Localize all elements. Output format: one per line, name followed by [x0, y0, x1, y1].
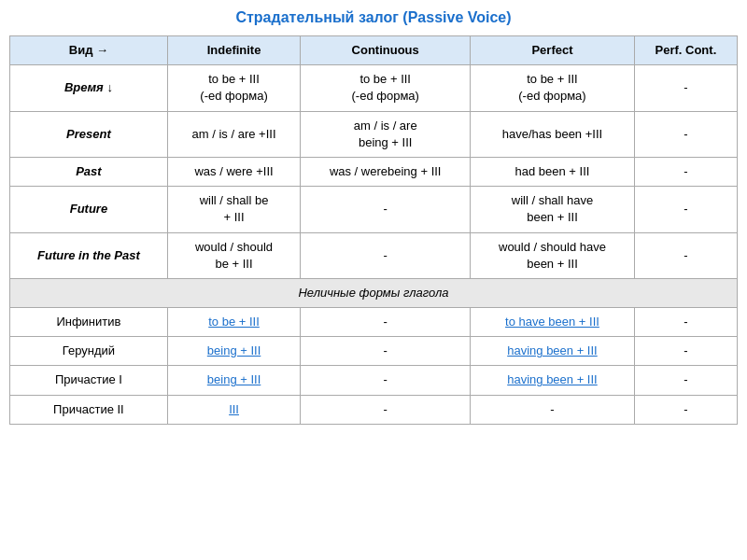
cell-part2-perfcont: -: [634, 395, 737, 424]
cell-ger-cont: -: [301, 337, 471, 366]
row-label-present: Present: [10, 111, 168, 157]
page-title: Страдательный залог (Passive Voice): [235, 9, 511, 26]
link-part1-perf: having been + III: [507, 372, 598, 386]
col-indefinite: Indefinite: [167, 36, 300, 65]
cell-part2-cont: -: [301, 395, 471, 424]
col-continuous: Continuous: [301, 36, 471, 65]
col-perfect: Perfect: [471, 36, 635, 65]
cell-vremya-perfcont: -: [634, 65, 737, 111]
nonfinite-section-header: Неличные формы глагола: [10, 278, 738, 307]
col-perf-cont: Perf. Cont.: [634, 36, 737, 65]
link-ger-perf: having been + III: [507, 343, 598, 357]
cell-inf-indef: to be + III: [167, 308, 300, 337]
cell-past-cont: was / werebeing + III: [301, 157, 471, 186]
table-row-vremya: Время ↓ to be + III (-ed форма) to be + …: [10, 65, 738, 111]
cell-futurepast-perf: would / should have been + III: [471, 232, 635, 278]
row-label-gerund: Герундий: [10, 337, 168, 366]
col-vid: Вид →: [10, 36, 168, 65]
cell-present-perfcont: -: [634, 111, 737, 157]
cell-vremya-indef: to be + III (-ed форма): [167, 65, 300, 111]
cell-past-perf: had been + III: [471, 157, 635, 186]
table-row-future: Future will / shall be + III - will / sh…: [10, 187, 738, 232]
cell-vremya-cont: to be + III (-ed форма): [301, 65, 471, 111]
cell-part1-cont: -: [301, 366, 471, 395]
cell-futurepast-indef: would / should be + III: [167, 232, 300, 278]
cell-part1-indef: being + III: [167, 366, 300, 395]
row-label-participle2: Причастие II: [10, 395, 168, 424]
table-row-participle2: Причастие II III - - -: [10, 395, 738, 424]
row-label-participle1: Причастие I: [10, 366, 168, 395]
cell-future-perf: will / shall have been + III: [471, 187, 635, 232]
link-ger-indef: being + III: [207, 343, 261, 357]
column-header-row: Вид → Indefinite Continuous Perfect Perf…: [10, 36, 738, 65]
row-label-past: Past: [10, 157, 168, 186]
cell-future-cont: -: [301, 187, 471, 232]
cell-past-perfcont: -: [634, 157, 737, 186]
link-part1-indef: being + III: [207, 372, 261, 386]
cell-part1-perfcont: -: [634, 366, 737, 395]
cell-vremya-perf: to be + III (-ed форма): [471, 65, 635, 111]
cell-part2-indef: III: [167, 395, 300, 424]
cell-future-perfcont: -: [634, 187, 737, 232]
cell-part2-perf: -: [471, 395, 635, 424]
table-row-future-past: Future in the Past would / should be + I…: [10, 232, 738, 278]
link-inf-perf: to have been + III: [505, 315, 599, 329]
cell-part1-perf: having been + III: [471, 366, 635, 395]
table-row-infinitive: Инфинитив to be + III - to have been + I…: [10, 308, 738, 337]
cell-futurepast-cont: -: [301, 232, 471, 278]
cell-futurepast-perfcont: -: [634, 232, 737, 278]
table-row-gerund: Герундий being + III - having been + III…: [10, 337, 738, 366]
row-label-future: Future: [10, 187, 168, 232]
cell-ger-perfcont: -: [634, 337, 737, 366]
table-row-past: Past was / were +III was / werebeing + I…: [10, 157, 738, 186]
cell-present-perf: have/has been +III: [471, 111, 635, 157]
row-label-vremya: Время ↓: [10, 65, 168, 111]
cell-inf-perfcont: -: [634, 308, 737, 337]
link-part2-indef: III: [229, 402, 239, 416]
cell-inf-perf: to have been + III: [471, 308, 635, 337]
passive-voice-table: Вид → Indefinite Continuous Perfect Perf…: [9, 35, 738, 425]
nonfinite-title: Неличные формы глагола: [10, 278, 738, 307]
cell-inf-cont: -: [301, 308, 471, 337]
cell-present-indef: am / is / are +III: [167, 111, 300, 157]
table-row-participle1: Причастие I being + III - having been + …: [10, 366, 738, 395]
cell-ger-indef: being + III: [167, 337, 300, 366]
cell-future-indef: will / shall be + III: [167, 187, 300, 232]
cell-present-cont: am / is / are being + III: [301, 111, 471, 157]
row-label-future-past: Future in the Past: [10, 232, 168, 278]
table-row-present: Present am / is / are +III am / is / are…: [10, 111, 738, 157]
row-label-infinitive: Инфинитив: [10, 308, 168, 337]
cell-past-indef: was / were +III: [167, 157, 300, 186]
cell-ger-perf: having been + III: [471, 337, 635, 366]
link-inf-indef: to be + III: [208, 315, 260, 329]
